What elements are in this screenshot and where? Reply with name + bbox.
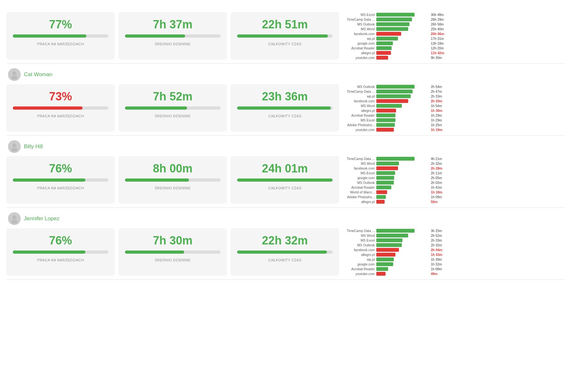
divider [6,63,565,64]
chart-bar-wrap [376,238,429,242]
chart-row: facebook.com 2h 04m [343,248,445,252]
chart-label: google.com [343,176,375,180]
chart-label: youtube.com [343,128,375,132]
chart-row: facebook.com 2h 28m [343,166,445,170]
chart-time: 1h 09m [431,195,445,199]
chart-bar [376,195,386,199]
chart-row: facebook.com 20h 06m [343,32,445,36]
chart-bar [376,181,394,185]
svg-point-4 [12,215,16,219]
divider [6,207,565,208]
chart-bar-wrap [376,18,429,21]
chart-bar-wrap [376,27,429,31]
stat-bar-fill [125,106,187,110]
chart-bar-wrap [376,99,429,103]
chart-bar-wrap [376,200,429,204]
stat-card: 22h 32m CAŁKOWITY CZAS [231,228,339,276]
chart-row: allegro.pl 11h 42m [343,51,445,55]
chart-bar [376,56,388,60]
chart-bar-wrap [376,94,429,98]
chart-bar-wrap [376,248,429,252]
stat-bar-track [13,250,108,254]
chart-time: 56m [431,200,445,204]
chart-time: 2h 05m [431,176,445,180]
user-section: Jennifer Lopez 76% PRACA NA NARZĘDZIACH … [6,212,565,276]
chart-label: Adobe Photosho... [343,123,375,127]
chart-time: 1h 54m [431,104,445,108]
chart-row: World of Warcr... 1h 18m [343,190,445,194]
chart-row: MS Excel 2h 33m [343,238,445,242]
chart-label: MS Word [343,234,375,237]
stat-label: PRACA NA NARZĘDZIACH [37,258,84,262]
stat-card: 7h 52m ŚREDNIO DZIENNIE [119,84,227,132]
chart-time: 30h 48m [431,13,445,17]
stat-bar-track [125,106,220,110]
stat-label: CAŁKOWITY CZAS [268,114,301,118]
chart-time: 17h 31m [431,37,445,40]
chart-bar [376,185,391,189]
chart-time: 1h 18m [431,190,445,194]
chart-time: 2h 04m [431,248,445,252]
stat-label: PRACA NA NARZĘDZIACH [37,42,84,46]
chart-bar [376,37,398,40]
stat-label: CAŁKOWITY CZAS [268,42,301,46]
stat-bar-fill [237,250,327,254]
chart-row: TimeCamp Data ... 28h 29m [343,18,445,21]
chart-panel: TimeCamp Data ... 3h 25m MS Word 2h 52m … [343,228,445,276]
chart-row: Acrobat Reader 1h 42m [343,185,445,189]
chart-time: 26h 58m [431,22,445,26]
chart-time: 9h 30m [431,56,445,60]
avatar [8,68,21,81]
stat-bar-fill [125,250,184,254]
chart-label: wp.pl [343,258,375,261]
chart-bar-wrap [376,128,429,132]
chart-row: MS Excel 1h 29m [343,118,445,122]
chart-bar-wrap [376,166,429,170]
chart-row: wp.pl 2h 33m [343,94,445,98]
stat-value: 22h 51m [262,18,308,31]
divider [6,135,565,136]
chart-bar-wrap [376,46,429,50]
stats-row: 73% PRACA NA NARZĘDZIACH 7h 52m ŚREDNIO … [6,84,565,132]
chart-bar-wrap [376,267,429,271]
stat-value: 73% [49,90,72,103]
chart-panel: TimeCamp Data ... 4h 21m MS Word 2h 32m … [343,156,445,204]
chart-time: 2h 33m [431,94,445,98]
stat-value: 24h 01m [262,162,308,175]
stat-bar-track [237,178,333,182]
stat-bar-track [13,34,108,38]
chart-panel: MS Excel 30h 48m TimeCamp Data ... 28h 2… [343,12,445,60]
chart-panel: MS Outlook 2h 54m TimeCamp Data ... 2h 4… [343,84,445,132]
svg-point-5 [11,220,18,223]
chart-bar-wrap [376,85,429,89]
stat-card: 73% PRACA NA NARZĘDZIACH [6,84,115,132]
stat-card: 77% PRACA NA NARZĘDZIACH [6,12,115,60]
chart-row: google.com 2h 05m [343,176,445,180]
stats-row: 76% PRACA NA NARZĘDZIACH 7h 30m ŚREDNIO … [6,228,565,276]
chart-row: MS Word 1h 54m [343,104,445,108]
chart-bar [376,157,415,161]
user-section: Cat Woman 73% PRACA NA NARZĘDZIACH 7h 52… [6,68,565,132]
chart-time: 28h 29m [431,18,445,21]
stat-bar-fill [13,178,85,182]
chart-bar [376,51,391,55]
chart-bar [376,162,399,165]
stat-value: 7h 52m [153,90,192,103]
svg-point-0 [12,71,16,75]
chart-bar-wrap [376,13,429,17]
divider [6,279,565,280]
chart-row: youtube.com 9h 30m [343,56,445,60]
chart-bar [376,118,395,122]
chart-label: MS Outlook [343,22,375,26]
stat-value: 76% [49,234,72,247]
chart-row: TimeCamp Data ... 4h 21m [343,157,445,161]
chart-row: TimeCamp Data ... 3h 25m [343,229,445,233]
stat-bar-fill [125,34,185,38]
stat-card: 8h 00m ŚREDNIO DZIENNIE [119,156,227,204]
chart-label: facebook.com [343,99,375,103]
user-section: 77% PRACA NA NARZĘDZIACH 7h 37m ŚREDNIO … [6,12,565,60]
chart-row: MS Word 2h 52m [343,234,445,237]
chart-row: Acrobat Reader 1h 29m [343,113,445,117]
chart-label: TimeCamp Data ... [343,157,375,161]
chart-label: TimeCamp Data ... [343,18,375,21]
